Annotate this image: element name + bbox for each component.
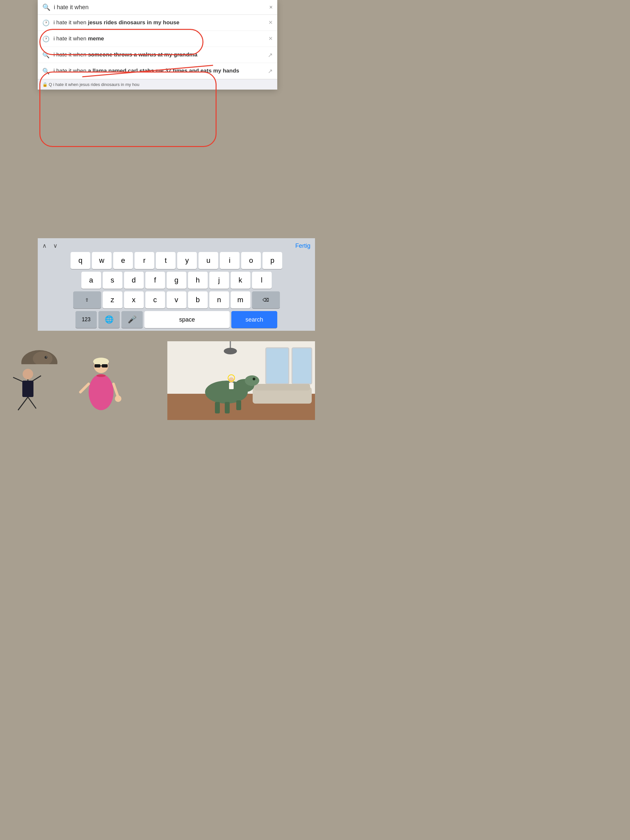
search-bar: 🔍 i hate it when × bbox=[38, 0, 277, 15]
svg-point-25 bbox=[115, 395, 122, 402]
suggestion-item[interactable]: 🕐 i hate it when jesus rides dinosaurs i… bbox=[38, 15, 277, 31]
space-label: space bbox=[179, 316, 195, 323]
svg-rect-14 bbox=[22, 381, 33, 397]
key-e[interactable]: e bbox=[113, 252, 133, 269]
search-query-text[interactable]: i hate it when bbox=[54, 4, 266, 11]
globe-key[interactable]: 🌐 bbox=[98, 311, 120, 328]
key-x[interactable]: x bbox=[124, 291, 144, 308]
svg-point-21 bbox=[88, 374, 114, 410]
clear-icon[interactable]: × bbox=[269, 4, 273, 11]
svg-rect-19 bbox=[102, 364, 107, 368]
shift-key[interactable]: ⇧ bbox=[73, 291, 101, 308]
key-y[interactable]: y bbox=[177, 252, 197, 269]
suggestion-item[interactable]: 🔍 i hate it when a llama named carl stab… bbox=[38, 63, 277, 79]
svg-point-40 bbox=[253, 378, 255, 380]
svg-point-34 bbox=[224, 348, 237, 354]
keyboard-row-3: ⇧ z x c v b n m ⌫ bbox=[39, 291, 314, 308]
svg-rect-41 bbox=[215, 402, 220, 414]
key-v[interactable]: v bbox=[167, 291, 186, 308]
done-button[interactable]: Fertig bbox=[295, 243, 310, 249]
suggestion-text: i hate it when someone throws a walrus a… bbox=[54, 51, 264, 59]
suggestion-arrow-icon: ↗ bbox=[268, 52, 273, 59]
url-bar: 🔒 Q i hate it when jesus rides dinosaurs… bbox=[38, 79, 277, 90]
search-small-icon: 🔍 bbox=[42, 52, 49, 59]
key-c[interactable]: c bbox=[145, 291, 165, 308]
svg-point-5 bbox=[45, 356, 47, 358]
space-key[interactable]: space bbox=[144, 311, 230, 328]
key-o[interactable]: o bbox=[241, 252, 261, 269]
clock-icon: 🕐 bbox=[42, 35, 49, 43]
key-z[interactable]: z bbox=[103, 291, 122, 308]
suggestion-item[interactable]: 🔍 i hate it when someone throws a walrus… bbox=[38, 47, 277, 63]
numbers-label: 123 bbox=[82, 317, 90, 322]
keyboard-toolbar: ∧ ∨ Fertig bbox=[39, 241, 314, 252]
svg-point-22 bbox=[96, 374, 106, 377]
dancer-image bbox=[3, 364, 61, 420]
key-g[interactable]: g bbox=[167, 272, 186, 289]
key-l[interactable]: l bbox=[252, 272, 272, 289]
suggestion-arrow-icon: ↗ bbox=[268, 68, 273, 75]
search-icon: 🔍 bbox=[42, 3, 51, 11]
svg-rect-36 bbox=[254, 384, 310, 390]
dinosaur-room-image bbox=[167, 341, 315, 420]
suggestion-text: i hate it when jesus rides dinosaurs in … bbox=[54, 19, 264, 27]
oldlady-image bbox=[66, 354, 136, 420]
svg-rect-18 bbox=[95, 364, 100, 368]
svg-rect-30 bbox=[292, 348, 312, 384]
suggestion-item[interactable]: 🕐 i hate it when meme ✕ bbox=[38, 31, 277, 47]
keyboard: ∧ ∨ Fertig q w e r t y u i o p a s d f g… bbox=[38, 238, 315, 331]
keyboard-row-1: q w e r t y u i o p bbox=[39, 252, 314, 269]
delete-key[interactable]: ⌫ bbox=[252, 291, 280, 308]
key-s[interactable]: s bbox=[103, 272, 122, 289]
keyboard-row-2: a s d f g h j k l bbox=[39, 272, 314, 289]
svg-point-44 bbox=[229, 377, 234, 382]
keyboard-bottom-row: 123 🌐 🎤 space search bbox=[39, 311, 314, 328]
suggestion-text: i hate it when meme bbox=[54, 35, 264, 43]
suggestion-clear-icon[interactable]: ✕ bbox=[268, 35, 273, 42]
key-k[interactable]: k bbox=[231, 272, 250, 289]
key-q[interactable]: q bbox=[71, 252, 90, 269]
key-b[interactable]: b bbox=[188, 291, 208, 308]
key-m[interactable]: m bbox=[231, 291, 250, 308]
key-t[interactable]: t bbox=[156, 252, 175, 269]
key-j[interactable]: j bbox=[209, 272, 229, 289]
svg-point-2 bbox=[33, 351, 52, 366]
search-label: search bbox=[245, 316, 263, 323]
suggestion-clear-icon[interactable]: ✕ bbox=[268, 19, 273, 25]
search-overlay: 🔍 i hate it when × 🕐 i hate it when jesu… bbox=[38, 0, 277, 90]
svg-rect-43 bbox=[236, 400, 241, 410]
key-d[interactable]: d bbox=[124, 272, 144, 289]
search-key[interactable]: search bbox=[231, 311, 277, 328]
key-n[interactable]: n bbox=[209, 291, 229, 308]
svg-point-8 bbox=[23, 369, 33, 379]
key-f[interactable]: f bbox=[145, 272, 165, 289]
key-p[interactable]: p bbox=[262, 252, 282, 269]
key-h[interactable]: h bbox=[188, 272, 208, 289]
key-r[interactable]: r bbox=[134, 252, 154, 269]
nav-buttons: ∧ ∨ bbox=[42, 242, 57, 249]
url-text: 🔒 Q i hate it when jesus rides dinosaurs… bbox=[42, 82, 139, 87]
nav-up-button[interactable]: ∧ bbox=[42, 242, 47, 249]
key-i[interactable]: i bbox=[220, 252, 240, 269]
clock-icon: 🕐 bbox=[42, 19, 49, 27]
key-u[interactable]: u bbox=[199, 252, 218, 269]
key-w[interactable]: w bbox=[92, 252, 112, 269]
svg-point-39 bbox=[245, 375, 259, 386]
mic-key[interactable]: 🎤 bbox=[122, 311, 143, 328]
numbers-key[interactable]: 123 bbox=[76, 311, 97, 328]
svg-rect-29 bbox=[266, 348, 289, 384]
svg-rect-42 bbox=[225, 402, 230, 414]
svg-point-6 bbox=[46, 357, 47, 357]
image-collage bbox=[0, 332, 315, 420]
suggestion-text: i hate it when a llama named carl stabs … bbox=[54, 67, 264, 75]
key-a[interactable]: a bbox=[81, 272, 101, 289]
nav-down-button[interactable]: ∨ bbox=[53, 242, 57, 249]
search-small-icon: 🔍 bbox=[42, 68, 49, 75]
svg-rect-45 bbox=[229, 382, 234, 389]
